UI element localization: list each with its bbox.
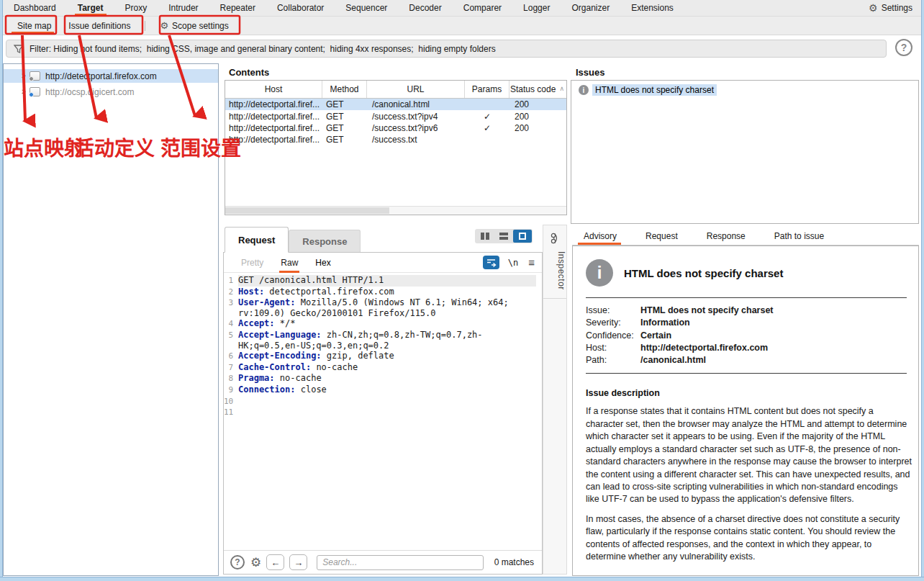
expand-chevron-icon[interactable]: >: [18, 88, 30, 96]
site-status-dot: [29, 76, 34, 81]
view-tab-pretty[interactable]: Pretty: [241, 253, 263, 273]
field-value: Information: [640, 317, 690, 329]
tab-advisory-response[interactable]: Response: [701, 227, 751, 245]
expand-chevron-icon[interactable]: >: [18, 72, 30, 80]
sitemap-node[interactable]: >http://detectportal.firefox.com: [4, 69, 218, 83]
cell-host: http://detectportal.firef...: [225, 135, 322, 145]
field-label: Path:: [586, 354, 640, 366]
header-name: User-Agent:: [238, 297, 295, 307]
editor-settings-icon[interactable]: ⚙: [250, 555, 261, 570]
wrap-lines-icon: [485, 257, 497, 268]
show-newlines-button[interactable]: \n: [508, 258, 518, 268]
description-paragraph: In most cases, the absence of a charset …: [586, 513, 912, 564]
wrap-lines-button[interactable]: [483, 256, 499, 269]
gear-icon: ⚙: [869, 2, 878, 14]
line-number: 3: [224, 297, 238, 318]
tab-path-to-issue[interactable]: Path to issue: [769, 227, 830, 245]
issue-description-text: If a response states that it contains HT…: [586, 405, 910, 563]
top-tab-collaborator[interactable]: Collaborator: [266, 0, 335, 16]
editor-help-button[interactable]: ?: [230, 555, 245, 569]
top-tab-comparer[interactable]: Comparer: [453, 0, 512, 16]
layout-single-button[interactable]: [513, 230, 532, 243]
header-name: Pragma:: [238, 373, 275, 383]
top-tab-intruder[interactable]: Intruder: [158, 0, 209, 16]
view-layout-switch: [475, 229, 533, 243]
tab-advisory-request[interactable]: Request: [640, 227, 684, 245]
top-tab-logger[interactable]: Logger: [512, 0, 561, 16]
line-content: Pragma: no-cache: [238, 373, 536, 384]
line-content: Accept-Language: zh-CN,zh;q=0.8,zh-TW;q=…: [238, 330, 536, 351]
help-button[interactable]: ?: [895, 39, 912, 56]
field-value: /canonical.html: [640, 354, 706, 366]
main-menu-bar: DashboardTargetProxyIntruderRepeaterColl…: [3, 0, 921, 17]
tab-advisory[interactable]: Advisory: [578, 227, 622, 245]
top-tab-target[interactable]: Target: [67, 0, 114, 16]
col-header-host[interactable]: Host: [225, 81, 322, 98]
view-tab-raw[interactable]: Raw: [281, 253, 298, 273]
tab-response[interactable]: Response: [289, 230, 361, 252]
col-header-label: Method: [330, 84, 358, 94]
inspector-collapsed-panel[interactable]: Inspector: [543, 225, 567, 575]
site-map-tree-panel[interactable]: >http://detectportal.firefox.com>http://…: [3, 63, 219, 576]
request-raw-editor[interactable]: 1GET /canonical.html HTTP/1.12Host: dete…: [224, 273, 542, 550]
col-header-label: Host: [265, 84, 283, 94]
search-previous-button[interactable]: ←: [266, 554, 284, 570]
col-header-method[interactable]: Method: [322, 81, 367, 98]
top-tab-sequencer[interactable]: Sequencer: [335, 0, 398, 16]
table-row[interactable]: http://detectportal.firef...GET/success.…: [225, 134, 566, 145]
tab-scope-settings[interactable]: ⚙ Scope settings: [151, 17, 237, 35]
tab-site-map[interactable]: Site map: [9, 17, 60, 35]
layout-rows-button[interactable]: [494, 230, 513, 243]
cell-url: /success.txt?ipv4: [367, 112, 465, 122]
top-tab-dashboard[interactable]: Dashboard: [3, 0, 67, 16]
col-header-url[interactable]: URL: [367, 81, 465, 98]
cell-method: GET: [322, 123, 367, 133]
horizontal-scrollbar[interactable]: [225, 206, 566, 215]
sitemap-filter-bar[interactable]: Filter: Hiding not found items; hiding C…: [6, 40, 887, 58]
tab-request[interactable]: Request: [225, 227, 289, 253]
table-row[interactable]: http://detectportal.firef...GET/success.…: [225, 110, 566, 122]
subtab-separator: [145, 21, 145, 31]
cell-url: /success.txt: [367, 135, 465, 145]
top-tab-proxy[interactable]: Proxy: [114, 0, 158, 16]
gear-icon: ⚙: [160, 20, 168, 31]
editor-menu-icon[interactable]: ≡: [528, 256, 535, 269]
table-row[interactable]: http://detectportal.firef...GET/canonica…: [225, 99, 566, 110]
top-tab-extensions[interactable]: Extensions: [620, 0, 684, 16]
issue-item-label: HTML does not specify charset: [592, 84, 717, 96]
header-value: detectportal.firefox.com: [264, 287, 394, 297]
issue-list-item[interactable]: i HTML does not specify charset: [579, 84, 918, 96]
search-next-button[interactable]: →: [289, 554, 307, 570]
window-edge-bottom: [0, 577, 924, 581]
editor-line: 10: [224, 396, 542, 407]
filter-row: Filter: Hiding not found items; hiding C…: [3, 36, 921, 63]
header-name: Accept:: [238, 318, 275, 328]
field-label: Severity:: [586, 317, 640, 329]
col-header-status-code[interactable]: Status code∧: [509, 81, 565, 98]
settings-button[interactable]: ⚙ Settings: [860, 0, 921, 16]
table-row[interactable]: http://detectportal.firef...GET/success.…: [225, 122, 566, 134]
contents-table-header: HostMethodURLParamsStatus code∧: [225, 81, 566, 99]
col-header-label: URL: [407, 84, 424, 94]
inspector-divider: [543, 298, 566, 299]
cell-host: http://detectportal.firef...: [225, 99, 322, 109]
line-number: 8: [224, 373, 238, 384]
editor-line: 9Connection: close: [224, 384, 542, 396]
top-tab-decoder[interactable]: Decoder: [398, 0, 452, 16]
editor-line: 5Accept-Language: zh-CN,zh;q=0.8,zh-TW;q…: [224, 330, 542, 351]
advisory-field: Host:http://detectportal.firefox.com: [586, 342, 910, 354]
line-number: 11: [224, 407, 238, 418]
line-content: [238, 396, 536, 407]
advisory-field: Path:/canonical.html: [586, 354, 910, 366]
view-tab-hex[interactable]: Hex: [315, 253, 330, 273]
sitemap-node[interactable]: >http://ocsp.digicert.com: [4, 85, 218, 99]
editor-search-input[interactable]: [317, 555, 484, 570]
header-name: Connection:: [238, 384, 295, 395]
tab-issue-definitions[interactable]: Issue definitions: [60, 17, 139, 35]
col-header-params[interactable]: Params: [465, 81, 509, 98]
top-tab-repeater[interactable]: Repeater: [209, 0, 266, 16]
scrollbar-thumb[interactable]: [225, 207, 389, 214]
layout-columns-button[interactable]: [476, 230, 494, 243]
burp-suite-window: DashboardTargetProxyIntruderRepeaterColl…: [0, 0, 924, 581]
top-tab-organizer[interactable]: Organizer: [561, 0, 620, 16]
